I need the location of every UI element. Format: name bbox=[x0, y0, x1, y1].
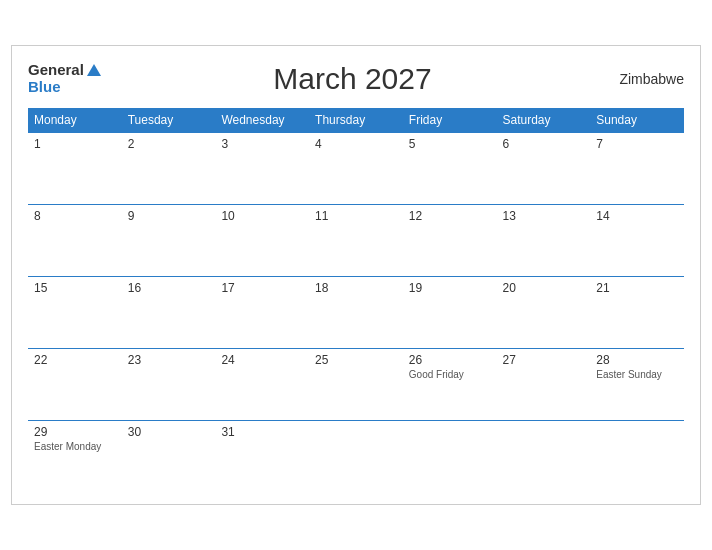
calendar-cell: 2 bbox=[122, 132, 216, 204]
calendar-cell: 31 bbox=[215, 420, 309, 492]
holiday-label: Easter Monday bbox=[34, 441, 116, 452]
day-number: 1 bbox=[34, 137, 116, 151]
day-number: 4 bbox=[315, 137, 397, 151]
day-number: 6 bbox=[503, 137, 585, 151]
day-number: 22 bbox=[34, 353, 116, 367]
calendar-cell: 10 bbox=[215, 204, 309, 276]
calendar-cell: 26Good Friday bbox=[403, 348, 497, 420]
week-row-4: 2223242526Good Friday2728Easter Sunday bbox=[28, 348, 684, 420]
calendar-cell: 27 bbox=[497, 348, 591, 420]
calendar-cell: 16 bbox=[122, 276, 216, 348]
week-row-5: 29Easter Monday3031 bbox=[28, 420, 684, 492]
weekday-header-thursday: Thursday bbox=[309, 108, 403, 133]
day-number: 23 bbox=[128, 353, 210, 367]
calendar-cell: 9 bbox=[122, 204, 216, 276]
calendar-cell bbox=[403, 420, 497, 492]
calendar-cell: 25 bbox=[309, 348, 403, 420]
weekday-header-wednesday: Wednesday bbox=[215, 108, 309, 133]
weekday-header-monday: Monday bbox=[28, 108, 122, 133]
day-number: 19 bbox=[409, 281, 491, 295]
calendar-cell: 4 bbox=[309, 132, 403, 204]
calendar-country: Zimbabwe bbox=[604, 71, 684, 87]
day-number: 5 bbox=[409, 137, 491, 151]
day-number: 8 bbox=[34, 209, 116, 223]
day-number: 26 bbox=[409, 353, 491, 367]
day-number: 7 bbox=[596, 137, 678, 151]
holiday-label: Easter Sunday bbox=[596, 369, 678, 380]
calendar-cell bbox=[309, 420, 403, 492]
calendar-cell: 1 bbox=[28, 132, 122, 204]
week-row-3: 15161718192021 bbox=[28, 276, 684, 348]
day-number: 21 bbox=[596, 281, 678, 295]
day-number: 10 bbox=[221, 209, 303, 223]
day-number: 30 bbox=[128, 425, 210, 439]
calendar-cell: 28Easter Sunday bbox=[590, 348, 684, 420]
day-number: 27 bbox=[503, 353, 585, 367]
day-number: 3 bbox=[221, 137, 303, 151]
calendar-cell: 7 bbox=[590, 132, 684, 204]
calendar-cell: 17 bbox=[215, 276, 309, 348]
calendar-cell: 13 bbox=[497, 204, 591, 276]
calendar-cell: 18 bbox=[309, 276, 403, 348]
calendar-cell: 5 bbox=[403, 132, 497, 204]
calendar-header: General Blue March 2027 Zimbabwe bbox=[28, 62, 684, 96]
calendar-cell: 29Easter Monday bbox=[28, 420, 122, 492]
calendar-container: General Blue March 2027 Zimbabwe MondayT… bbox=[11, 45, 701, 506]
calendar-cell: 23 bbox=[122, 348, 216, 420]
day-number: 13 bbox=[503, 209, 585, 223]
calendar-cell: 8 bbox=[28, 204, 122, 276]
calendar-cell: 3 bbox=[215, 132, 309, 204]
logo-blue-text: Blue bbox=[28, 79, 61, 96]
day-number: 18 bbox=[315, 281, 397, 295]
calendar-cell: 24 bbox=[215, 348, 309, 420]
day-number: 20 bbox=[503, 281, 585, 295]
day-number: 31 bbox=[221, 425, 303, 439]
calendar-cell: 20 bbox=[497, 276, 591, 348]
weekday-header-row: MondayTuesdayWednesdayThursdayFridaySatu… bbox=[28, 108, 684, 133]
day-number: 2 bbox=[128, 137, 210, 151]
logo-triangle-icon bbox=[87, 64, 101, 76]
day-number: 11 bbox=[315, 209, 397, 223]
day-number: 28 bbox=[596, 353, 678, 367]
weekday-header-friday: Friday bbox=[403, 108, 497, 133]
day-number: 17 bbox=[221, 281, 303, 295]
calendar-cell bbox=[497, 420, 591, 492]
calendar-cell: 6 bbox=[497, 132, 591, 204]
day-number: 12 bbox=[409, 209, 491, 223]
day-number: 24 bbox=[221, 353, 303, 367]
calendar-cell: 22 bbox=[28, 348, 122, 420]
day-number: 14 bbox=[596, 209, 678, 223]
calendar-title: March 2027 bbox=[101, 62, 604, 96]
calendar-cell bbox=[590, 420, 684, 492]
calendar-cell: 19 bbox=[403, 276, 497, 348]
day-number: 25 bbox=[315, 353, 397, 367]
calendar-grid: MondayTuesdayWednesdayThursdayFridaySatu… bbox=[28, 108, 684, 493]
logo: General Blue bbox=[28, 62, 101, 95]
calendar-cell: 12 bbox=[403, 204, 497, 276]
day-number: 9 bbox=[128, 209, 210, 223]
holiday-label: Good Friday bbox=[409, 369, 491, 380]
calendar-cell: 11 bbox=[309, 204, 403, 276]
day-number: 16 bbox=[128, 281, 210, 295]
weekday-header-sunday: Sunday bbox=[590, 108, 684, 133]
day-number: 29 bbox=[34, 425, 116, 439]
day-number: 15 bbox=[34, 281, 116, 295]
week-row-2: 891011121314 bbox=[28, 204, 684, 276]
week-row-1: 1234567 bbox=[28, 132, 684, 204]
logo-general-text: General bbox=[28, 62, 84, 79]
weekday-header-saturday: Saturday bbox=[497, 108, 591, 133]
weekday-header-tuesday: Tuesday bbox=[122, 108, 216, 133]
calendar-cell: 30 bbox=[122, 420, 216, 492]
calendar-cell: 21 bbox=[590, 276, 684, 348]
calendar-cell: 15 bbox=[28, 276, 122, 348]
calendar-cell: 14 bbox=[590, 204, 684, 276]
